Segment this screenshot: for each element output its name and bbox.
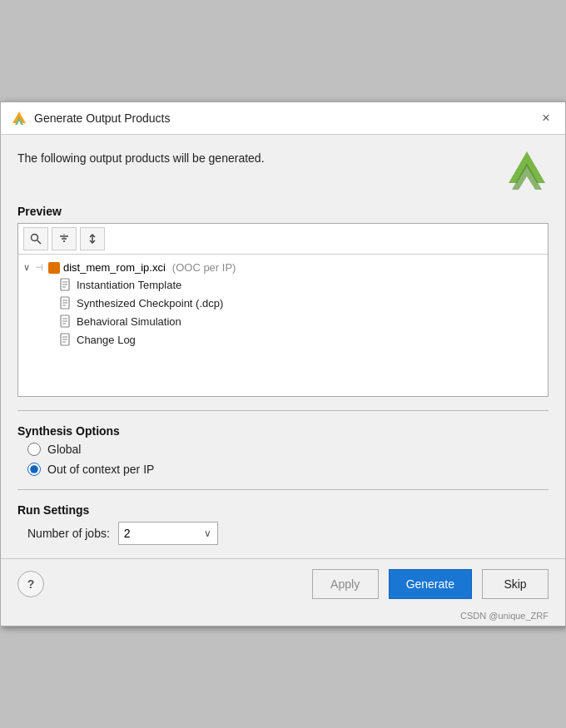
svg-line-5 bbox=[37, 240, 42, 245]
synthesis-section: Synthesis Options Global Out of context … bbox=[17, 410, 549, 476]
file-icon bbox=[60, 333, 72, 346]
preview-section-label: Preview bbox=[17, 205, 549, 218]
jobs-select-wrapper: 1 2 4 8 bbox=[118, 522, 218, 545]
filter-icon bbox=[58, 233, 70, 245]
run-settings-section: Run Settings Number of jobs: 1 2 4 8 bbox=[17, 489, 549, 545]
close-button[interactable]: × bbox=[537, 109, 555, 127]
tree-root-item: ∨ ⊣ dist_mem_rom_ip.xci (OOC per IP) bbox=[18, 260, 548, 275]
tree-ooc-label: (OOC per IP) bbox=[172, 261, 236, 274]
tree-child-label: Synthesized Checkpoint (.dcp) bbox=[77, 297, 223, 310]
radio-global-input[interactable] bbox=[27, 443, 41, 456]
run-settings-label: Run Settings bbox=[17, 503, 549, 517]
tree-child-label: Change Log bbox=[77, 334, 136, 346]
file-icon bbox=[60, 314, 72, 328]
tree-child-label: Behavioral Simulation bbox=[77, 315, 181, 328]
intro-text: The following output products will be ge… bbox=[17, 148, 265, 165]
brand-logo bbox=[505, 148, 549, 191]
radio-group: Global Out of context per IP bbox=[17, 443, 549, 476]
tree-pin-icon: ⊣ bbox=[35, 262, 43, 273]
radio-ooc[interactable]: Out of context per IP bbox=[27, 463, 549, 476]
radio-global-label: Global bbox=[47, 443, 81, 456]
separator bbox=[17, 410, 549, 411]
svg-point-4 bbox=[32, 235, 38, 241]
separator bbox=[17, 489, 549, 490]
radio-global[interactable]: Global bbox=[27, 443, 549, 456]
title-bar: Generate Output Products × bbox=[1, 102, 565, 135]
list-item: Change Log bbox=[18, 330, 548, 349]
filter-button[interactable] bbox=[52, 227, 77, 250]
preview-section: Preview bbox=[17, 205, 549, 397]
apply-button[interactable]: Apply bbox=[312, 569, 379, 599]
file-icon bbox=[60, 296, 72, 310]
radio-ooc-input[interactable] bbox=[27, 463, 41, 476]
generate-button[interactable]: Generate bbox=[389, 569, 472, 599]
synthesis-section-label: Synthesis Options bbox=[17, 424, 549, 438]
preview-toolbar bbox=[18, 224, 548, 255]
radio-ooc-label: Out of context per IP bbox=[47, 463, 154, 476]
search-button[interactable] bbox=[23, 227, 48, 250]
tree-area[interactable]: ∨ ⊣ dist_mem_rom_ip.xci (OOC per IP) bbox=[18, 255, 548, 396]
list-item: Synthesized Checkpoint (.dcp) bbox=[18, 294, 548, 312]
watermark: CSDN @unique_ZRF bbox=[1, 609, 565, 626]
intro-row: The following output products will be ge… bbox=[17, 148, 549, 191]
list-item: Behavioral Simulation bbox=[18, 312, 548, 330]
sort-button[interactable] bbox=[80, 227, 105, 250]
app-icon bbox=[11, 110, 27, 126]
tree-root-label: dist_mem_rom_ip.xci bbox=[63, 261, 166, 274]
file-icon bbox=[60, 278, 72, 291]
jobs-label: Number of jobs: bbox=[27, 527, 110, 540]
skip-button[interactable]: Skip bbox=[482, 569, 549, 599]
search-icon bbox=[30, 233, 42, 245]
help-button[interactable]: ? bbox=[17, 571, 44, 597]
dialog-body: The following output products will be ge… bbox=[1, 135, 565, 558]
title-bar-left: Generate Output Products bbox=[11, 110, 170, 126]
sort-icon bbox=[87, 233, 98, 245]
dialog-footer: ? Apply Generate Skip bbox=[1, 558, 565, 609]
generate-output-products-dialog: Generate Output Products × The following… bbox=[0, 102, 566, 626]
list-item: Instantiation Template bbox=[18, 275, 548, 294]
tree-expand-icon[interactable]: ∨ bbox=[23, 262, 30, 273]
jobs-row: Number of jobs: 1 2 4 8 bbox=[17, 522, 549, 545]
jobs-select[interactable]: 1 2 4 8 bbox=[118, 522, 218, 545]
preview-panel: ∨ ⊣ dist_mem_rom_ip.xci (OOC per IP) bbox=[17, 223, 549, 397]
tree-ip-icon bbox=[48, 262, 60, 274]
dialog-title: Generate Output Products bbox=[34, 111, 170, 125]
tree-child-label: Instantiation Template bbox=[77, 279, 181, 291]
